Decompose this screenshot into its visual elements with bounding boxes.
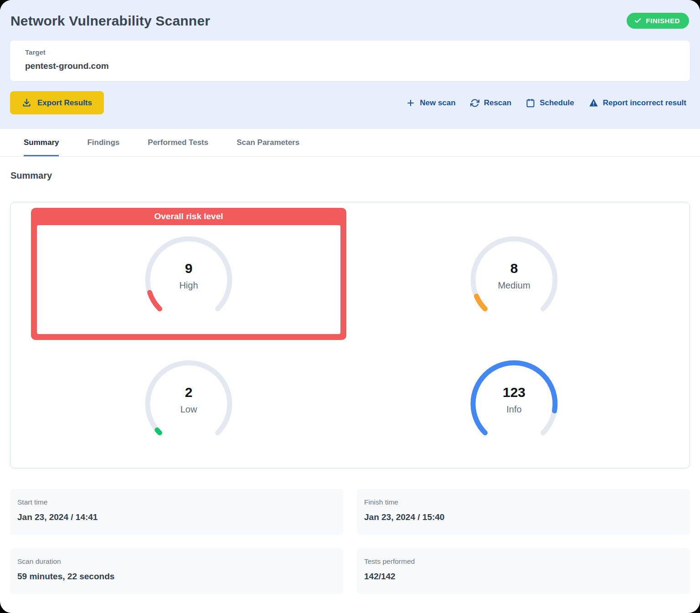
tab-scan-parameters[interactable]: Scan Parameters	[237, 129, 299, 156]
scan-duration-value: 59 minutes, 22 seconds	[17, 572, 336, 582]
report-incorrect-result-button[interactable]: Report incorrect result	[589, 98, 686, 108]
summary-panel: Summary Overall risk level 9 High	[0, 157, 700, 594]
low-count: 2	[185, 385, 193, 400]
network-vulnerability-scanner-app: Network Vulnerability Scanner FINISHED T…	[0, 0, 700, 613]
status-badge-label: FINISHED	[646, 17, 680, 25]
header: Network Vulnerability Scanner FINISHED T…	[0, 0, 700, 129]
gauge-info: 123 Info	[468, 358, 560, 449]
check-icon	[634, 17, 642, 25]
finish-time-label: Finish time	[364, 498, 683, 506]
page-title: Network Vulnerability Scanner	[10, 13, 210, 29]
overall-risk-card: Overall risk level 9 High	[31, 208, 346, 340]
info-label: Info	[506, 404, 521, 415]
new-scan-label: New scan	[420, 98, 455, 108]
overall-risk-body: 9 High	[37, 225, 340, 334]
rescan-label: Rescan	[484, 98, 511, 108]
high-count: 9	[185, 261, 193, 276]
plus-icon	[406, 98, 415, 108]
report-incorrect-result-label: Report incorrect result	[603, 98, 686, 108]
scan-details: Start time Jan 23, 2024 / 14:41 Finish t…	[10, 489, 690, 594]
warning-icon	[589, 98, 598, 108]
tab-summary[interactable]: Summary	[24, 129, 59, 156]
tests-performed-value: 142/142	[364, 572, 683, 582]
gauge-medium: 8 Medium	[468, 234, 560, 325]
status-badge: FINISHED	[627, 13, 689, 29]
schedule-button[interactable]: Schedule	[526, 98, 574, 108]
refresh-icon	[470, 98, 479, 108]
finish-time-value: Jan 23, 2024 / 15:40	[364, 512, 683, 522]
start-time-value: Jan 23, 2024 / 14:41	[17, 512, 336, 522]
section-heading: Summary	[10, 170, 690, 181]
tab-performed-tests[interactable]: Performed Tests	[148, 129, 208, 156]
export-results-button[interactable]: Export Results	[10, 91, 104, 114]
finish-time-card: Finish time Jan 23, 2024 / 15:40	[357, 489, 690, 535]
info-count: 123	[503, 385, 525, 400]
header-actions: New scan Rescan Schedule	[406, 98, 686, 108]
tests-performed-card: Tests performed 142/142	[357, 548, 690, 594]
scan-duration-card: Scan duration 59 minutes, 22 seconds	[10, 548, 343, 594]
download-icon	[22, 98, 31, 108]
tests-performed-label: Tests performed	[364, 557, 683, 566]
high-label: High	[179, 280, 198, 291]
medium-count: 8	[510, 261, 518, 276]
gauge-low: 2 Low	[143, 358, 234, 449]
new-scan-button[interactable]: New scan	[406, 98, 455, 108]
severity-gauges-card: Overall risk level 9 High	[10, 202, 690, 469]
medium-label: Medium	[498, 280, 530, 291]
tab-findings[interactable]: Findings	[87, 129, 119, 156]
calendar-icon	[526, 98, 535, 108]
gauge-high: 9 High	[143, 234, 234, 325]
target-card: Target pentest-ground.com	[10, 41, 690, 81]
schedule-label: Schedule	[540, 98, 574, 108]
tab-bar: Summary Findings Performed Tests Scan Pa…	[0, 129, 700, 157]
scan-duration-label: Scan duration	[17, 557, 336, 566]
export-results-label: Export Results	[37, 98, 92, 108]
start-time-card: Start time Jan 23, 2024 / 14:41	[10, 489, 343, 535]
low-label: Low	[180, 404, 197, 415]
target-value: pentest-ground.com	[25, 61, 675, 71]
start-time-label: Start time	[17, 498, 336, 506]
overall-risk-banner: Overall risk level	[31, 208, 346, 225]
rescan-button[interactable]: Rescan	[470, 98, 511, 108]
target-label: Target	[25, 48, 675, 56]
toolbar: Export Results New scan Rescan	[10, 91, 690, 114]
